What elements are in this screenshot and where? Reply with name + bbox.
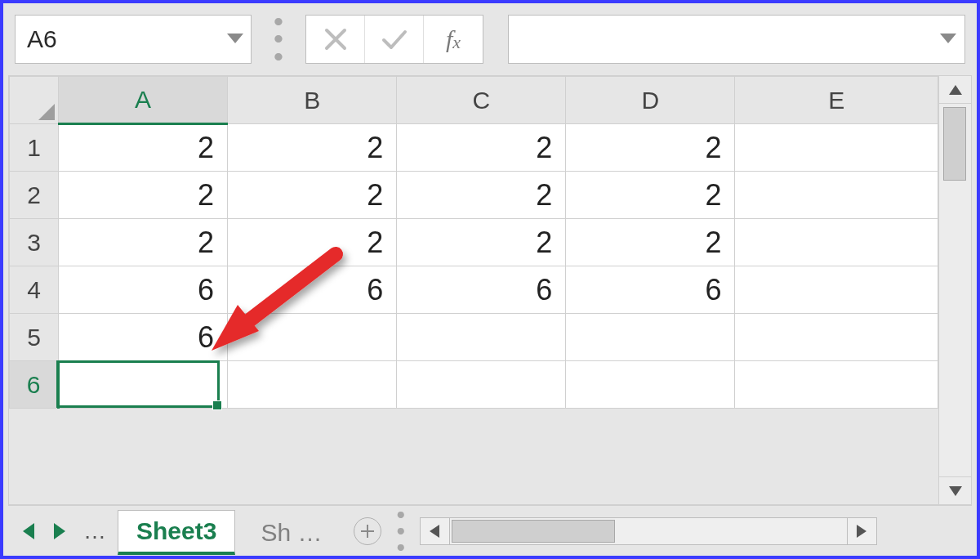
row-header-1[interactable]: 1 [10,124,59,172]
cell-E5[interactable] [735,314,938,361]
hscroll-thumb[interactable] [452,520,615,543]
cell-B3[interactable]: 2 [228,219,397,266]
tab-nav-next-icon[interactable] [47,515,72,548]
cell-E2[interactable] [735,172,938,219]
cell-C6[interactable] [397,361,566,409]
name-box-value: A6 [27,25,57,53]
cell-A4[interactable]: 6 [59,266,228,314]
cell-D4[interactable]: 6 [566,266,735,314]
formula-expand-icon[interactable] [937,28,960,51]
sheet-tab-bar: … Sheet3 Sh … ••• [8,505,972,556]
horizontal-scrollbar[interactable] [420,517,877,545]
cell-E4[interactable] [735,266,938,314]
svg-marker-4 [949,85,962,95]
svg-marker-9 [857,525,866,538]
split-handle-icon[interactable]: ••• [266,16,291,63]
cell-C2[interactable]: 2 [397,172,566,219]
svg-marker-5 [949,486,962,496]
cell-A1[interactable]: 2 [59,124,228,172]
grid-area: A B C D E 1 2 2 2 2 [3,75,977,556]
column-header-D[interactable]: D [566,77,735,124]
cell-C4[interactable]: 6 [397,266,566,314]
sheet-tab-truncated-label: Sh … [261,519,322,546]
column-header-C[interactable]: C [397,77,566,124]
cell-B5[interactable] [228,314,397,361]
column-header-A[interactable]: A [59,77,228,124]
cell-A2[interactable]: 2 [59,172,228,219]
cell-D6[interactable] [566,361,735,409]
row-header-3[interactable]: 3 [10,219,59,266]
row-header-6[interactable]: 6 [10,361,59,409]
sheet-tab-active[interactable]: Sheet3 [118,510,235,555]
formula-bar-area: A6 ••• fx [3,3,977,75]
cell-C5[interactable] [397,314,566,361]
select-all-corner[interactable] [10,77,59,124]
scrollbar-thumb[interactable] [943,107,966,181]
scroll-down-icon[interactable] [939,476,971,504]
cell-A6[interactable] [59,361,228,409]
svg-marker-8 [430,525,439,538]
sheet-tab-truncated[interactable]: Sh … [242,512,341,554]
name-box-dropdown-icon[interactable] [224,28,247,51]
cell-B6[interactable] [228,361,397,409]
tab-nav-prev-icon[interactable] [16,515,41,548]
cell-D2[interactable]: 2 [566,172,735,219]
cancel-icon[interactable] [306,16,365,63]
column-header-B[interactable]: B [228,77,397,124]
name-box-wrap: A6 [15,15,252,64]
formula-bar-buttons: fx [305,15,483,64]
vertical-scrollbar[interactable] [938,76,971,504]
insert-function-icon[interactable]: fx [424,16,483,63]
new-sheet-button[interactable] [354,517,381,545]
scroll-left-icon[interactable] [421,518,450,544]
cell-C1[interactable]: 2 [397,124,566,172]
svg-marker-7 [54,523,65,539]
cell-E3[interactable] [735,219,938,266]
svg-marker-6 [23,523,34,539]
cell-B2[interactable]: 2 [228,172,397,219]
cell-E1[interactable] [735,124,938,172]
cell-D3[interactable]: 2 [566,219,735,266]
row-header-4[interactable]: 4 [10,266,59,314]
tab-nav-ellipsis[interactable]: … [78,518,111,544]
spreadsheet-grid[interactable]: A B C D E 1 2 2 2 2 [9,76,938,409]
svg-marker-1 [940,34,956,43]
sheet-tab-active-label: Sheet3 [136,517,216,544]
tab-split-handle-icon[interactable]: ••• [396,510,405,552]
svg-marker-0 [227,34,243,43]
cell-E6[interactable] [735,361,938,409]
scroll-up-icon[interactable] [939,76,971,104]
cell-B4[interactable]: 6 [228,266,397,314]
column-header-E[interactable]: E [735,77,938,124]
row-header-5[interactable]: 5 [10,314,59,361]
formula-input[interactable] [508,15,965,64]
scroll-right-icon[interactable] [847,518,876,544]
excel-window: A6 ••• fx [0,0,980,559]
cell-C3[interactable]: 2 [397,219,566,266]
cell-A3[interactable]: 2 [59,219,228,266]
cell-A5[interactable]: 6 [59,314,228,361]
cell-D1[interactable]: 2 [566,124,735,172]
cell-D5[interactable] [566,314,735,361]
row-header-2[interactable]: 2 [10,172,59,219]
cell-B1[interactable]: 2 [228,124,397,172]
enter-icon[interactable] [365,16,424,63]
hscroll-track[interactable] [450,518,847,544]
name-box[interactable]: A6 [15,15,252,64]
